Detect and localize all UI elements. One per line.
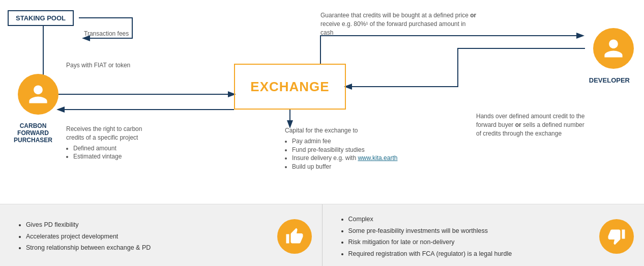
hands-over-text: Hands over defined amount credit to the … (476, 112, 588, 138)
capital-text: Capital for the exchange to Pay admin fe… (285, 126, 397, 171)
bottom-right-item-1: Complex (348, 214, 512, 225)
bottom-left-panel: Gives PD flexibility Accelerates project… (0, 204, 323, 266)
bottom-left-list: Gives PD flexibility Accelerates project… (26, 219, 151, 254)
diagram-area: STAKING POOL Transaction fees Pays with … (0, 0, 644, 204)
staking-pool-box: STAKING POOL (8, 10, 74, 26)
bottom-left-item-1: Gives PD flexibility (26, 219, 151, 231)
thumbs-up-icon (285, 227, 304, 246)
dev-avatar (593, 28, 634, 69)
bottom-right-item-3: Risk mitigation for late or non-delivery (348, 236, 512, 248)
cfp-avatar (18, 74, 58, 115)
bottom-right-panel: Complex Some pre-feasibility investments… (323, 204, 645, 266)
bottom-left-item-3: Strong relationship between exchange & P… (26, 242, 151, 254)
guarantee-text: Guarantee that credits will be bought at… (320, 11, 478, 37)
pays-fiat-text: Pays with FIAT or token (66, 61, 130, 70)
exchange-box: EXCHANGE (234, 64, 346, 110)
thumbs-down-circle (599, 219, 634, 254)
thumbs-up-circle (277, 219, 312, 254)
bottom-right-list: Complex Some pre-feasibility investments… (348, 214, 512, 259)
cfp-label: CARBON FORWARDPURCHASER (5, 122, 61, 144)
exchange-label: EXCHANGE (250, 79, 329, 95)
transaction-fees-text: Transaction fees (84, 30, 129, 38)
bottom-section: Gives PD flexibility Accelerates project… (0, 204, 644, 266)
thumbs-down-icon (607, 227, 626, 246)
kita-link[interactable]: www.kita.earth (358, 154, 397, 162)
bottom-left-item-2: Accelerates project development (26, 231, 151, 243)
staking-pool-label: STAKING POOL (16, 14, 66, 22)
person-icon (27, 83, 49, 105)
bottom-right-item-4: Required registration with FCA (regulato… (348, 248, 512, 260)
receives-right-text: Receives the right to carboncredits of a… (66, 125, 142, 161)
dev-label: DEVELOPER (589, 76, 630, 84)
developer-person-icon (602, 37, 625, 60)
bottom-right-item-2: Some pre-feasibility investments will be… (348, 225, 512, 237)
